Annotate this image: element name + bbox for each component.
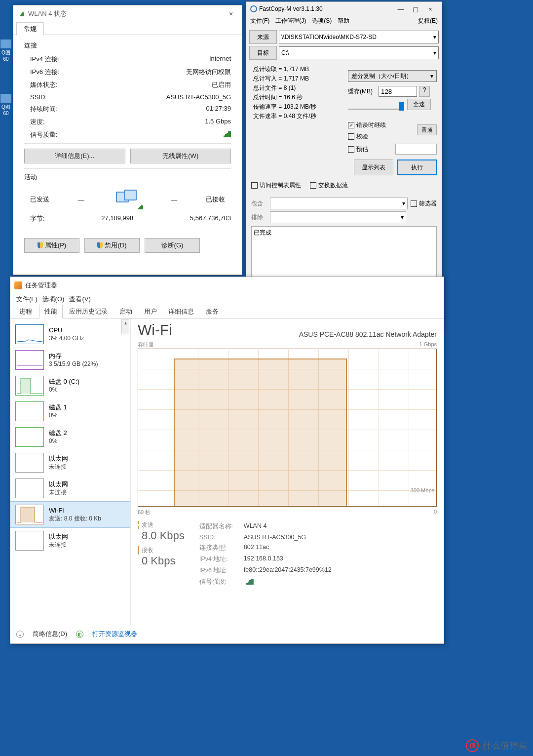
sidebar-item-disk0[interactable]: 磁盘 0 (C:)0%: [10, 373, 130, 398]
sidebar-item-memory[interactable]: 内存3.5/15.9 GB (22%): [10, 347, 130, 373]
help-button[interactable]: ?: [419, 86, 430, 97]
show-list-button[interactable]: 显示列表: [354, 159, 393, 175]
sidebar-item-wifi[interactable]: Wi-Fi发送: 8.0 接收: 0 Kb: [10, 501, 130, 528]
checkbox[interactable]: [411, 200, 417, 207]
details-button[interactable]: 详细信息(E)...: [24, 149, 125, 163]
menu-view[interactable]: 查看(V): [69, 295, 90, 304]
source-button[interactable]: 来源: [249, 30, 277, 44]
tab-services[interactable]: 服务: [201, 305, 224, 318]
sidebar-item-cpu[interactable]: CPU3% 4.00 GHz: [10, 321, 130, 347]
menu-help[interactable]: 帮助: [338, 17, 349, 25]
tab-startup[interactable]: 启动: [114, 305, 137, 318]
task-manager-window: 任务管理器 文件(F) 选项(O) 查看(V) 进程 性能 应用历史记录 启动 …: [10, 277, 444, 644]
row-ipv6: IPv6 连接:无网络访问权限: [24, 66, 231, 79]
section-activity: 活动: [24, 168, 231, 182]
desktop-icon[interactable]: Q图 60: [0, 94, 12, 116]
fullspeed-button[interactable]: 全速: [407, 99, 431, 110]
wlan-status-window: WLAN 4 状态 × 常规 连接 IPv4 连接:Internet IPv6 …: [13, 5, 242, 275]
speed-slider[interactable]: [348, 100, 403, 110]
app-icon: [250, 5, 257, 12]
row-ssid: SSID:ASUS RT-AC5300_5G: [24, 91, 231, 103]
tab-history[interactable]: 应用历史记录: [64, 305, 113, 318]
menu-file[interactable]: 文件(F): [250, 17, 269, 25]
checkbox[interactable]: [348, 146, 354, 153]
chevron-down-icon: ▾: [402, 200, 405, 207]
resource-monitor-icon: ◐: [76, 631, 83, 638]
chevron-down-icon: ▾: [430, 73, 433, 80]
minimize-icon[interactable]: —: [393, 5, 408, 13]
properties-button[interactable]: 属性(P): [24, 238, 79, 253]
include-input[interactable]: ▾: [270, 198, 408, 209]
tab-general[interactable]: 常规: [16, 22, 44, 36]
close-icon[interactable]: ×: [423, 5, 438, 13]
wireless-props-button[interactable]: 无线属性(W): [130, 149, 231, 163]
tabbar: 进程 性能 应用历史记录 启动 用户 详细信息 服务: [10, 305, 444, 318]
titlebar[interactable]: 任务管理器: [10, 277, 444, 294]
shield-icon: [97, 242, 103, 248]
source-row: 来源 \\DISKSTATION\video\MKD-S72-SD▾: [249, 30, 439, 44]
titlebar[interactable]: WLAN 4 状态 ×: [13, 5, 242, 22]
diagnose-button[interactable]: 诊断(G): [145, 238, 200, 253]
menu-options[interactable]: 选项(S): [312, 17, 332, 25]
row-bytes: 字节:27,109,9985,567,736,703: [24, 212, 231, 225]
execute-button[interactable]: 执行: [397, 159, 437, 175]
desktop-icon[interactable]: Q图 60: [0, 40, 12, 62]
dest-button[interactable]: 目标: [249, 46, 277, 60]
checkbox[interactable]: [251, 182, 258, 189]
connection-info: 适配器名称:WLAN 4 SSID:ASUS RT-AC5300_5G 连接类型…: [199, 521, 332, 588]
sidebar-item-eth1[interactable]: 以太网未连接: [10, 450, 130, 476]
pin-button[interactable]: 置顶: [417, 124, 437, 135]
brief-info-button[interactable]: 简略信息(D): [33, 630, 67, 638]
sidebar-item-eth2[interactable]: 以太网未连接: [10, 476, 130, 501]
signal-bars-icon: [244, 578, 254, 585]
window-title: WLAN 4 状态: [28, 9, 67, 18]
collapse-icon[interactable]: ⌄: [16, 631, 24, 638]
row-signal: 信号质量:: [24, 128, 231, 141]
exclude-input[interactable]: ▾: [270, 211, 406, 223]
menu-options[interactable]: 选项(O): [42, 295, 65, 304]
app-icon: [14, 281, 22, 289]
cache-input[interactable]: [379, 86, 417, 97]
tab-performance[interactable]: 性能: [39, 305, 63, 318]
checkbox[interactable]: [310, 182, 316, 189]
shield-icon: [38, 242, 43, 248]
activity-row: 已发送— —已接收: [24, 185, 231, 212]
estimate-input[interactable]: [395, 144, 437, 155]
menu-work[interactable]: 工作管理(J): [275, 17, 306, 25]
tab-details[interactable]: 详细信息: [163, 305, 199, 318]
checkbox[interactable]: [348, 133, 354, 140]
tab-processes[interactable]: 进程: [14, 305, 37, 318]
sidebar-item-eth3[interactable]: 以太网未连接: [10, 528, 130, 554]
open-resource-monitor-link[interactable]: 打开资源监视器: [92, 630, 137, 638]
tab-users[interactable]: 用户: [139, 305, 162, 318]
perf-main: Wi-FiASUS PCE-AC88 802.11ac Network Adap…: [131, 318, 444, 625]
close-icon[interactable]: ×: [224, 10, 238, 18]
row-duration: 持续时间:01:27:39: [24, 103, 231, 116]
row-media: 媒体状态:已启用: [24, 79, 231, 91]
footer: ⌄ 简略信息(D) ◐ 打开资源监视器: [16, 630, 137, 638]
dest-input[interactable]: C:\▾: [279, 46, 439, 59]
watermark-icon: 值: [466, 739, 479, 752]
chevron-down-icon[interactable]: ▾: [433, 34, 436, 40]
menu-elevate[interactable]: 提权(E): [418, 17, 438, 25]
dest-row: 目标 C:\▾: [249, 46, 439, 60]
sidebar-item-disk2[interactable]: 磁盘 20%: [10, 424, 130, 450]
menubar: 文件(F) 选项(O) 查看(V): [10, 294, 444, 305]
scroll-up-icon[interactable]: ▴: [121, 319, 129, 334]
titlebar[interactable]: FastCopy-M ver3.1.1.30 — ▢ ×: [246, 2, 442, 16]
sidebar-item-disk1[interactable]: 磁盘 10%: [10, 398, 130, 424]
row-speed: 速度:1.5 Gbps: [24, 116, 231, 128]
disable-button[interactable]: 禁用(D): [84, 238, 140, 253]
window-title: 任务管理器: [25, 281, 57, 290]
chevron-down-icon[interactable]: ▾: [433, 49, 436, 56]
menu-file[interactable]: 文件(F): [16, 295, 38, 304]
computers-icon: [113, 190, 143, 209]
copy-mode-select[interactable]: 差分复制（大小/日期）▾: [348, 70, 437, 82]
perf-sidebar[interactable]: ▴ CPU3% 4.00 GHz 内存3.5/15.9 GB (22%) 磁盘 …: [10, 318, 131, 625]
source-input[interactable]: \\DISKSTATION\video\MKD-S72-SD▾: [279, 31, 439, 43]
maximize-icon[interactable]: ▢: [408, 5, 423, 13]
menubar: 文件(F) 工作管理(J) 选项(S) 帮助 提权(E): [246, 16, 442, 27]
checkbox[interactable]: ✓: [348, 122, 354, 128]
page-title: Wi-Fi: [138, 321, 172, 338]
chevron-down-icon: ▾: [401, 214, 404, 221]
